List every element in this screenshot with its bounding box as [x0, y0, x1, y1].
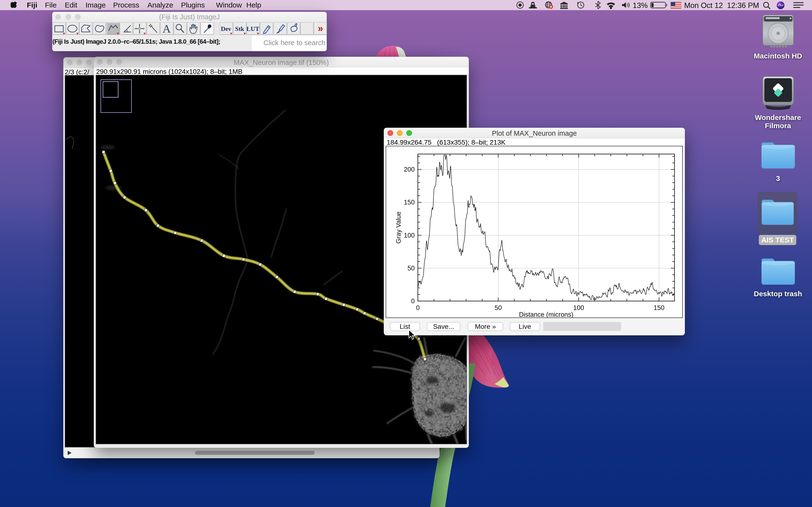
- svg-text:200: 200: [404, 166, 415, 173]
- svg-text:150: 150: [404, 199, 415, 206]
- svg-text:LUT: LUT: [247, 25, 259, 32]
- svg-text:A: A: [162, 23, 170, 35]
- svg-text:0: 0: [416, 304, 419, 312]
- svg-text:50: 50: [407, 265, 415, 272]
- svg-text:Dev: Dev: [221, 25, 231, 32]
- svg-text:100: 100: [404, 232, 415, 239]
- svg-text:100: 100: [573, 304, 584, 312]
- svg-text:150: 150: [654, 304, 664, 312]
- svg-text:Stk: Stk: [235, 25, 244, 32]
- svg-text:Distance (microns): Distance (microns): [519, 311, 573, 318]
- svg-text:50: 50: [495, 304, 502, 312]
- svg-text:0: 0: [411, 297, 415, 305]
- svg-text:»: »: [318, 23, 323, 34]
- svg-text:Gray Value: Gray Value: [395, 212, 402, 243]
